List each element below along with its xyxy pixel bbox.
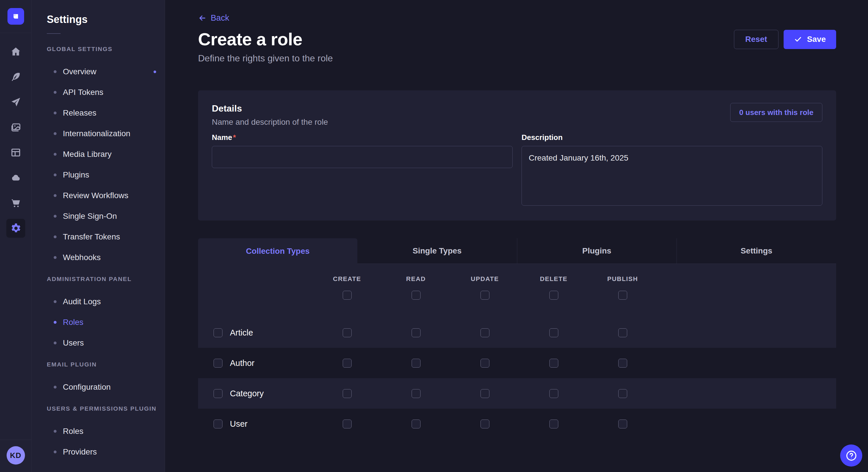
name-field[interactable] [212,146,513,168]
section-label: USERS & PERMISSIONS PLUGIN [47,405,165,412]
cart-icon[interactable] [10,198,21,208]
checkbox-all-delete[interactable] [549,291,558,300]
checkbox-user-read[interactable] [412,419,421,429]
sidebar-item-roles-up[interactable]: Roles [47,421,165,442]
row-label: Category [230,389,264,398]
checkbox-author-publish[interactable] [618,359,627,368]
strapi-logo-icon[interactable] [7,8,24,25]
bullet-icon [54,386,57,389]
bullet-icon [54,235,57,238]
sidebar-item-api-tokens[interactable]: API Tokens [47,82,165,103]
sidebar-item-internationalization[interactable]: Internationalization [47,123,165,144]
sidebar-item-configuration[interactable]: Configuration [47,377,165,398]
checkbox-author-read[interactable] [412,359,421,368]
checkbox-author-create[interactable] [343,359,352,368]
checkbox-article-read[interactable] [412,328,421,337]
section-global-settings: GLOBAL SETTINGS Overview API Tokens Rele… [47,45,165,268]
sidebar-item-label: Overview [63,67,96,76]
description-field[interactable]: Created January 16th, 2025 [522,146,823,206]
tab-plugins[interactable]: Plugins [517,238,677,264]
checkbox-row-user[interactable] [214,419,222,429]
checkbox-category-publish[interactable] [618,389,627,398]
sidebar-item-releases[interactable]: Releases [47,103,165,123]
feather-icon[interactable] [10,71,21,82]
checkbox-article-create[interactable] [343,328,352,337]
bullet-icon [54,256,57,259]
media-icon[interactable] [10,122,21,133]
row-label: User [230,419,247,429]
permissions-card: Collection Types Single Types Plugins Se… [198,238,836,439]
row-label: Article [230,328,253,338]
home-icon[interactable] [10,46,21,57]
bullet-icon [54,132,57,135]
gear-icon[interactable] [6,219,25,238]
checkbox-row-author[interactable] [214,359,222,368]
permissions-header: CREATE READ UPDATE DELETE PUBLISH [198,264,836,317]
tab-collection-types[interactable]: Collection Types [198,238,358,264]
checkbox-row-category[interactable] [214,389,222,398]
checkbox-user-create[interactable] [343,419,352,429]
checkbox-category-read[interactable] [412,389,421,398]
checkbox-category-delete[interactable] [549,389,558,398]
checkbox-user-publish[interactable] [618,419,627,429]
checkbox-all-read[interactable] [412,291,421,300]
tab-settings[interactable]: Settings [677,238,836,264]
sidebar-item-webhooks[interactable]: Webhooks [47,247,165,268]
avatar[interactable]: KD [7,446,25,465]
checkbox-author-delete[interactable] [549,359,558,368]
checkbox-user-update[interactable] [480,419,489,429]
bullet-icon [54,173,57,176]
back-link[interactable]: Back [198,13,229,23]
sidebar-item-review-workflows[interactable]: Review Workflows [47,185,165,206]
users-with-role-button[interactable]: 0 users with this role [730,103,823,122]
details-card: Details Name and description of the role… [198,90,836,221]
row-label: Author [230,359,254,368]
checkbox-category-update[interactable] [480,389,489,398]
sidebar-item-plugins[interactable]: Plugins [47,165,165,185]
tab-single-types[interactable]: Single Types [358,238,517,264]
bullet-icon [54,153,57,156]
sidebar-item-media-library[interactable]: Media Library [47,144,165,165]
main-content: Back Create a role Reset Save Define the… [165,0,868,472]
help-button[interactable] [840,444,862,467]
column-header-read: READ [381,275,451,283]
table-row-article: Article [198,317,836,348]
checkbox-category-create[interactable] [343,389,352,398]
sidebar-item-users[interactable]: Users [47,333,165,353]
arrow-left-icon [198,14,207,22]
layout-icon[interactable] [10,147,21,158]
column-header-update: UPDATE [451,275,519,283]
sidebar-item-overview[interactable]: Overview [47,61,165,82]
sidebar-item-label: Review Workflows [63,191,128,200]
sidebar-item-audit-logs[interactable]: Audit Logs [47,291,165,312]
section-label: ADMINISTRATION PANEL [47,275,165,283]
sidebar-item-label: Releases [63,108,96,117]
sidebar-item-single-sign-on[interactable]: Single Sign-On [47,206,165,227]
checkbox-article-update[interactable] [480,328,489,337]
sidebar-item-transfer-tokens[interactable]: Transfer Tokens [47,227,165,247]
checkbox-all-create[interactable] [343,291,352,300]
bullet-icon [54,111,57,114]
checkbox-article-publish[interactable] [618,328,627,337]
checkbox-all-update[interactable] [480,291,489,300]
checkbox-author-update[interactable] [480,359,489,368]
sidebar-item-roles-admin[interactable]: Roles [47,312,165,333]
reset-button[interactable]: Reset [734,30,778,49]
details-title: Details [212,103,328,114]
checkbox-article-delete[interactable] [549,328,558,337]
details-subtitle: Name and description of the role [212,117,328,127]
table-row-category: Category [198,378,836,409]
sidebar-item-label: Single Sign-On [63,212,117,221]
back-label: Back [211,13,229,23]
sidebar-item-providers[interactable]: Providers [47,442,165,462]
save-button[interactable]: Save [784,30,836,49]
cloud-icon[interactable] [10,172,21,183]
checkbox-row-article[interactable] [214,328,222,337]
permissions-tabs: Collection Types Single Types Plugins Se… [198,238,836,264]
bullet-icon [54,70,57,73]
subnav-title: Settings [47,13,165,26]
checkbox-user-delete[interactable] [549,419,558,429]
bullet-icon [54,430,57,433]
checkbox-all-publish[interactable] [618,291,627,300]
send-icon[interactable] [10,97,21,107]
